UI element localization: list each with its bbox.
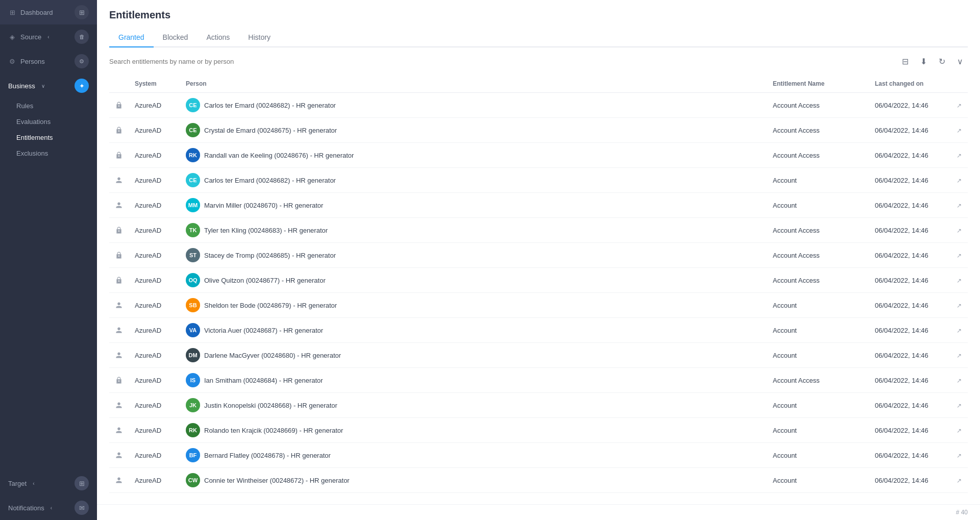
- person-avatar: RK: [186, 423, 200, 437]
- row-person: VA Victoria Auer (00248687) - HR generat…: [180, 318, 767, 343]
- person-name: Bernard Flatley (00248678) - HR generato…: [204, 452, 331, 459]
- tab-history[interactable]: History: [239, 28, 280, 47]
- sidebar-item-business[interactable]: Business ∨ ✦: [0, 73, 97, 98]
- row-date: 06/04/2022, 14:46: [869, 468, 950, 493]
- row-person: JK Justin Konopelski (00248668) - HR gen…: [180, 393, 767, 418]
- row-date: 06/04/2022, 14:46: [869, 343, 950, 368]
- row-external-link[interactable]: ↗: [950, 93, 968, 118]
- business-chevron-icon: ∨: [41, 83, 45, 89]
- row-system: AzureAD: [129, 343, 180, 368]
- col-header-icon: [109, 75, 129, 93]
- row-external-link[interactable]: ↗: [950, 293, 968, 318]
- row-external-link[interactable]: ↗: [950, 318, 968, 343]
- row-external-link[interactable]: ↗: [950, 243, 968, 268]
- notifications-action-icon[interactable]: ✉: [75, 501, 89, 515]
- table-row: AzureAD DM Darlene MacGyver (00248680) -…: [109, 343, 968, 368]
- sidebar-item-source[interactable]: ◈ Source ‹ 🗑: [0, 24, 97, 49]
- download-button[interactable]: ⬇: [916, 54, 931, 69]
- external-link-icon[interactable]: ↗: [957, 327, 962, 334]
- external-link-icon[interactable]: ↗: [957, 177, 962, 184]
- search-input[interactable]: [109, 58, 893, 65]
- row-date: 06/04/2022, 14:46: [869, 118, 950, 143]
- table-row: AzureAD TK Tyler ten Kling (00248683) - …: [109, 218, 968, 243]
- tabs-container: Granted Blocked Actions History: [109, 28, 968, 47]
- row-system: AzureAD: [129, 218, 180, 243]
- tab-blocked[interactable]: Blocked: [154, 28, 198, 47]
- external-link-icon[interactable]: ↗: [957, 352, 962, 359]
- refresh-button[interactable]: ↻: [934, 54, 949, 69]
- row-date: 06/04/2022, 14:46: [869, 268, 950, 293]
- row-external-link[interactable]: ↗: [950, 268, 968, 293]
- external-link-icon[interactable]: ↗: [957, 377, 962, 384]
- row-person: TK Tyler ten Kling (00248683) - HR gener…: [180, 218, 767, 243]
- row-external-link[interactable]: ↗: [950, 118, 968, 143]
- row-system: AzureAD: [129, 268, 180, 293]
- expand-button[interactable]: ∨: [952, 54, 968, 69]
- person-avatar: SB: [186, 298, 200, 312]
- external-link-icon[interactable]: ↗: [957, 477, 962, 484]
- person-name: Darlene MacGyver (00248680) - HR generat…: [204, 352, 341, 359]
- row-external-link[interactable]: ↗: [950, 218, 968, 243]
- external-link-icon[interactable]: ↗: [957, 402, 962, 409]
- person-avatar: DM: [186, 348, 200, 362]
- external-link-icon[interactable]: ↗: [957, 227, 962, 234]
- tab-granted[interactable]: Granted: [109, 28, 154, 47]
- table-row: AzureAD RK Randall van de Keeling (00248…: [109, 143, 968, 168]
- person-avatar: OQ: [186, 273, 200, 287]
- row-external-link[interactable]: ↗: [950, 393, 968, 418]
- row-entitlement: Account: [767, 418, 869, 443]
- row-external-link[interactable]: ↗: [950, 143, 968, 168]
- external-link-icon[interactable]: ↗: [957, 452, 962, 459]
- source-action-icon[interactable]: 🗑: [75, 30, 89, 44]
- external-link-icon[interactable]: ↗: [957, 152, 962, 159]
- person-name: Rolando ten Krajcik (00248669) - HR gene…: [204, 427, 343, 434]
- row-external-link[interactable]: ↗: [950, 343, 968, 368]
- sidebar-subitem-entitlements[interactable]: Entitlements: [0, 130, 97, 145]
- target-action-icon[interactable]: ⊞: [75, 476, 89, 490]
- sidebar-subitem-exclusions[interactable]: Exclusions: [0, 145, 97, 161]
- row-external-link[interactable]: ↗: [950, 418, 968, 443]
- row-system: AzureAD: [129, 443, 180, 468]
- table-row: AzureAD RK Rolando ten Krajcik (00248669…: [109, 418, 968, 443]
- row-date: 06/04/2022, 14:46: [869, 93, 950, 118]
- row-external-link[interactable]: ↗: [950, 443, 968, 468]
- external-link-icon[interactable]: ↗: [957, 102, 962, 109]
- row-person: ST Stacey de Tromp (00248685) - HR gener…: [180, 243, 767, 268]
- person-name: Carlos ter Emard (00248682) - HR generat…: [204, 177, 336, 184]
- sidebar-item-persons[interactable]: ⚙ Persons ⚙: [0, 49, 97, 73]
- row-entitlement: Account: [767, 168, 869, 193]
- row-external-link[interactable]: ↗: [950, 193, 968, 218]
- external-link-icon[interactable]: ↗: [957, 302, 962, 309]
- row-type-icon: [109, 118, 129, 143]
- sidebar-subitem-evaluations[interactable]: Evaluations: [0, 114, 97, 130]
- person-avatar: CE: [186, 173, 200, 187]
- sidebar: ⊞ Dashboard ⊞ ◈ Source ‹ 🗑 ⚙ Persons ⚙ B…: [0, 0, 97, 520]
- row-external-link[interactable]: ↗: [950, 468, 968, 493]
- col-header-action: [950, 75, 968, 93]
- persons-action-icon[interactable]: ⚙: [75, 54, 89, 68]
- row-date: 06/04/2022, 14:46: [869, 193, 950, 218]
- row-date: 06/04/2022, 14:46: [869, 243, 950, 268]
- person-name: Sheldon ter Bode (00248679) - HR generat…: [204, 302, 337, 309]
- row-system: AzureAD: [129, 318, 180, 343]
- sidebar-item-target[interactable]: Target ‹ ⊞: [0, 471, 97, 496]
- external-link-icon[interactable]: ↗: [957, 277, 962, 284]
- row-external-link[interactable]: ↗: [950, 368, 968, 393]
- sidebar-subitem-rules[interactable]: Rules: [0, 98, 97, 114]
- tab-actions[interactable]: Actions: [197, 28, 239, 47]
- external-link-icon[interactable]: ↗: [957, 202, 962, 209]
- filter-button[interactable]: ⊟: [897, 54, 913, 69]
- external-link-icon[interactable]: ↗: [957, 127, 962, 134]
- external-link-icon[interactable]: ↗: [957, 427, 962, 434]
- row-system: AzureAD: [129, 293, 180, 318]
- row-system: AzureAD: [129, 243, 180, 268]
- row-external-link[interactable]: ↗: [950, 168, 968, 193]
- row-date: 06/04/2022, 14:46: [869, 418, 950, 443]
- person-avatar: CE: [186, 123, 200, 137]
- business-action-icon[interactable]: ✦: [75, 79, 89, 93]
- dashboard-action-icon[interactable]: ⊞: [75, 5, 89, 19]
- person-avatar: ST: [186, 248, 200, 262]
- sidebar-item-dashboard[interactable]: ⊞ Dashboard ⊞: [0, 0, 97, 24]
- sidebar-item-notifications[interactable]: Notifications ‹ ✉: [0, 496, 97, 520]
- external-link-icon[interactable]: ↗: [957, 252, 962, 259]
